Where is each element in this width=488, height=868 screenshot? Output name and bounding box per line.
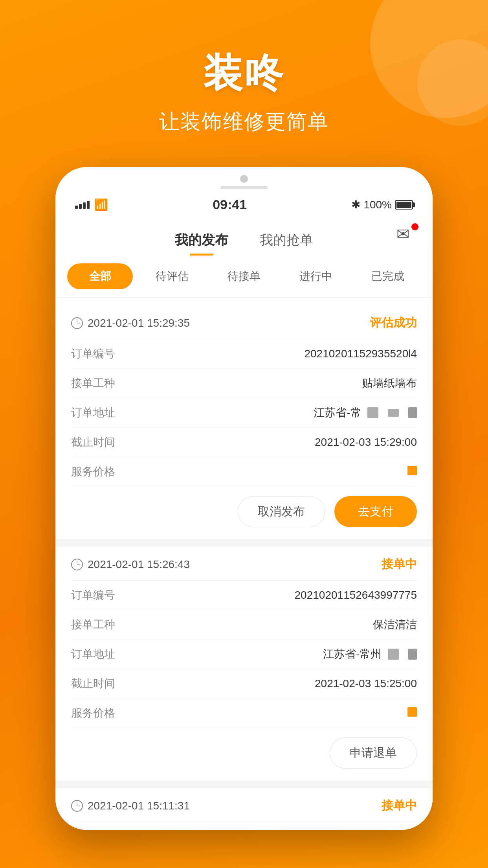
order-status-3: 接单中 (382, 798, 417, 814)
order-time-2: 2021-02-01 15:26:43 (71, 558, 190, 571)
order-time-text-2: 2021-02-01 15:26:43 (88, 558, 190, 571)
battery-text: 100% (363, 199, 392, 211)
apply-refund-button-2[interactable]: 申请退单 (330, 737, 417, 769)
deadline-label-2: 截止时间 (71, 676, 115, 691)
phone-mockup: 📶 09:41 ✱ 100% 我的发布 我的抢单 ✉ 全部 待评估 待接单 进行… (55, 167, 433, 830)
app-header: 装咚 让装饰维修更简单 (159, 47, 329, 136)
address-label-1: 订单地址 (71, 405, 115, 420)
addr-blur-1b (388, 409, 399, 417)
order-header-2: 2021-02-01 15:26:43 接单中 (71, 547, 417, 581)
mail-icon: ✉ (396, 225, 410, 243)
order-no-value-2: 20210201152643997775 (295, 589, 417, 601)
addr-blur-1c (408, 407, 417, 418)
order-time-3: 2021-02-01 15:11:31 (71, 800, 190, 812)
work-type-value-2: 保洁清洁 (373, 617, 417, 632)
work-type-label-1: 接单工种 (71, 376, 115, 391)
signal-icon (75, 201, 90, 209)
address-label-2: 订单地址 (71, 647, 115, 662)
order-no-label-2: 订单编号 (71, 588, 115, 603)
clock-icon-1 (71, 317, 83, 329)
deadline-label-1: 截止时间 (71, 435, 115, 450)
order-status-2: 接单中 (382, 556, 417, 572)
filter-tab-in-progress[interactable]: 进行中 (283, 263, 349, 289)
order-time-1: 2021-02-01 15:29:35 (71, 317, 190, 329)
addr-blur-2b (408, 649, 417, 660)
filter-tab-pending-eval[interactable]: 待评估 (139, 263, 205, 289)
phone-top-bar (55, 167, 433, 189)
addr-blur-1a (367, 407, 378, 418)
wifi-icon: 📶 (94, 198, 108, 211)
app-subtitle: 让装饰维修更简单 (159, 108, 329, 136)
battery-icon (395, 200, 413, 210)
order-row-work-2: 接单工种 保洁清洁 (71, 610, 417, 640)
order-no-value-1: 20210201152935520l4 (304, 348, 417, 360)
address-value-1: 江苏省-常 (314, 405, 417, 420)
deadline-value-2: 2021-02-03 15:25:00 (315, 677, 417, 690)
tab-my-orders[interactable]: 我的抢单 (244, 226, 329, 254)
order-row-deadline-2: 截止时间 2021-02-03 15:25:00 (71, 669, 417, 699)
phone-camera (240, 175, 248, 183)
filter-tab-completed[interactable]: 已完成 (355, 263, 421, 289)
price-value-2 (407, 707, 417, 719)
order-row-work-1: 接单工种 贴墙纸墙布 (71, 369, 417, 398)
mail-icon-container[interactable]: ✉ (396, 225, 417, 242)
order-row-no-1: 订单编号 20210201152935520l4 (71, 339, 417, 369)
cancel-publish-button-1[interactable]: 取消发布 (238, 496, 325, 527)
order-actions-2: 申请退单 (71, 737, 417, 769)
price-label-2: 服务价格 (71, 706, 115, 721)
phone-indicator (220, 186, 268, 189)
work-type-value-1: 贴墙纸墙布 (362, 376, 417, 391)
price-label-1: 服务价格 (71, 464, 115, 479)
order-time-text-3: 2021-02-01 15:11:31 (88, 800, 190, 812)
filter-tab-all[interactable]: 全部 (67, 263, 133, 289)
order-card-2: 2021-02-01 15:26:43 接单中 订单编号 20210201152… (55, 547, 433, 780)
address-value-2: 江苏省-常州 (323, 647, 417, 662)
work-type-label-2: 接单工种 (71, 617, 115, 632)
order-row-no-2: 订单编号 20210201152643997775 (71, 581, 417, 610)
mail-badge (411, 223, 418, 230)
status-bar: 📶 09:41 ✱ 100% (55, 189, 433, 219)
deadline-value-1: 2021-02-03 15:29:00 (315, 436, 417, 449)
price-blur-1 (407, 466, 417, 475)
tab-my-publish[interactable]: 我的发布 (159, 226, 244, 254)
clock-icon-3 (71, 800, 83, 812)
price-value-1 (407, 465, 417, 478)
order-status-1: 评估成功 (370, 315, 417, 331)
order-row-price-2: 服务价格 (71, 699, 417, 728)
order-row-addr-2: 订单地址 江苏省-常州 (71, 640, 417, 669)
filter-tabs: 全部 待评估 待接单 进行中 已完成 (55, 254, 433, 298)
app-title: 装咚 (203, 47, 285, 100)
price-blur-2 (407, 707, 417, 717)
order-actions-1: 取消发布 去支付 (71, 496, 417, 527)
order-time-text-1: 2021-02-01 15:29:35 (88, 317, 190, 329)
order-card-1: 2021-02-01 15:29:35 评估成功 订单编号 2021020115… (55, 305, 433, 539)
order-row-addr-1: 订单地址 江苏省-常 (71, 398, 417, 428)
addr-blur-2a (388, 649, 399, 660)
order-row-deadline-1: 截止时间 2021-02-03 15:29:00 (71, 428, 417, 457)
filter-tab-pending-accept[interactable]: 待接单 (211, 263, 277, 289)
order-header-1: 2021-02-01 15:29:35 评估成功 (71, 305, 417, 339)
order-no-label-1: 订单编号 (71, 346, 115, 361)
status-left: 📶 (75, 198, 108, 211)
mail-icon-wrap: ✉ (396, 225, 417, 242)
order-header-3: 2021-02-01 15:11:31 接单中 (71, 788, 417, 822)
order-row-price-1: 服务价格 (71, 457, 417, 487)
status-right: ✱ 100% (351, 198, 413, 211)
bluetooth-icon: ✱ (351, 198, 360, 211)
app-nav: 我的发布 我的抢单 ✉ (55, 219, 433, 254)
clock-icon-2 (71, 559, 83, 570)
orders-container: 2021-02-01 15:29:35 评估成功 订单编号 2021020115… (55, 305, 433, 830)
go-pay-button-1[interactable]: 去支付 (334, 496, 417, 527)
order-card-3: 2021-02-01 15:11:31 接单中 (55, 788, 433, 830)
status-time: 09:41 (213, 197, 247, 212)
